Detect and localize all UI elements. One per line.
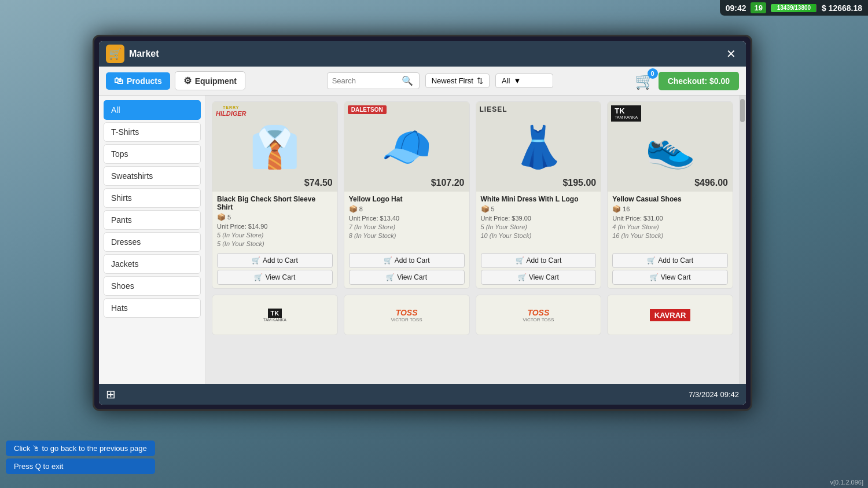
product-in-store-1: 5 (In Your Store)	[217, 232, 333, 239]
product-image-2: DALETSON 🧢 $107.20	[344, 102, 469, 192]
filter-dropdown[interactable]: All ▼	[495, 74, 553, 88]
title-bar: 🛒 Market ✕	[99, 41, 746, 67]
bottom-bar: ⊞ 7/3/2024 09:42	[99, 384, 746, 405]
product-in-store-2: 7 (In Your Store)	[349, 223, 465, 230]
product-unit-price-3: Unit Price: $39.00	[481, 215, 597, 222]
product-info-4: Yellow Casual Shoes 📦 16 Unit Price: $31…	[608, 192, 733, 251]
sidebar-item-dresses[interactable]: Dresses	[104, 232, 201, 252]
filter-label: All	[502, 76, 510, 85]
products-icon: 🛍	[114, 76, 123, 86]
product-image-emoji-4: 👟	[645, 127, 696, 167]
partial-brand-4: KAVRAR	[650, 309, 691, 321]
search-input[interactable]	[332, 76, 402, 85]
sidebar-item-sweatshirts[interactable]: Sweatshirts	[104, 166, 201, 186]
sidebar-item-all[interactable]: All	[104, 100, 201, 120]
product-price-3: $195.00	[562, 178, 596, 188]
add-to-cart-button-3[interactable]: 🛒 Add to Cart	[481, 253, 597, 268]
product-info-2: Yellow Logo Hat 📦 8 Unit Price: $13.40 7…	[344, 192, 469, 251]
brand-logo-3: LIESEL	[480, 105, 507, 113]
add-to-cart-button-4[interactable]: 🛒 Add to Cart	[612, 253, 728, 268]
tab-equipment[interactable]: ⚙ Equipment	[175, 71, 245, 90]
product-in-stock-3: 10 (In Your Stock)	[481, 232, 597, 239]
hint-back: Click 🖱 to go back to the previous page	[6, 441, 155, 456]
partial-brand-2: TOSS	[396, 308, 418, 317]
ui-hints: Click 🖱 to go back to the previous page …	[6, 441, 155, 476]
product-unit-price-2: Unit Price: $13.40	[349, 215, 465, 222]
hud-level: 19	[751, 2, 766, 13]
product-image-4: TK TAM KANKA 👟 $496.00	[608, 102, 733, 192]
search-icon: 🔍	[402, 75, 413, 86]
grid-icon: ⊞	[106, 387, 116, 401]
box-icon-1: 📦	[217, 213, 226, 221]
sidebar-label-sweatshirts: Sweatshirts	[111, 171, 153, 181]
sort-dropdown[interactable]: Newest First ⇅	[425, 74, 490, 88]
view-cart-button-1[interactable]: 🛒 View Cart	[217, 270, 333, 285]
cart-view-icon-4: 🛒	[650, 273, 659, 281]
product-image-emoji-3: 👗	[513, 127, 564, 167]
product-image-emoji-2: 🧢	[381, 127, 432, 167]
view-cart-button-3[interactable]: 🛒 View Cart	[481, 270, 597, 285]
sidebar-item-tshirts[interactable]: T-Shirts	[104, 122, 201, 142]
cart-add-icon-4: 🛒	[647, 256, 656, 265]
scroll-thumb[interactable]	[740, 99, 745, 122]
cart-icon-wrap: 🛒 0	[635, 71, 655, 90]
box-icon-3: 📦	[481, 205, 490, 213]
cart-badge: 0	[648, 68, 658, 79]
cart-view-icon-2: 🛒	[386, 273, 395, 281]
title-bar-left: 🛒 Market	[106, 45, 159, 63]
sidebar-item-jackets[interactable]: Jackets	[104, 254, 201, 274]
sidebar-item-shirts[interactable]: Shirts	[104, 188, 201, 208]
scroll-bar[interactable]	[739, 96, 746, 384]
sidebar-item-pants[interactable]: Pants	[104, 210, 201, 230]
hud-xp-container: 13439/13800	[771, 4, 817, 12]
brand-logo-2: DALETSON	[348, 105, 387, 114]
sidebar-label-tshirts: T-Shirts	[111, 127, 139, 137]
box-icon-4: 📦	[612, 205, 621, 213]
product-info-3: White Mini Dress With L Logo 📦 5 Unit Pr…	[476, 192, 601, 251]
tab-products[interactable]: 🛍 Products	[106, 72, 170, 90]
products-grid: TERRY HILDIGER 👔 $74.50 Black Big Check …	[206, 96, 739, 384]
product-name-3: White Mini Dress With L Logo	[481, 195, 597, 203]
product-price-2: $107.20	[431, 178, 465, 188]
partial-card-2: TOSS VICTOR TOSS	[344, 295, 470, 335]
filter-arrow-icon: ▼	[513, 76, 521, 85]
product-in-stock-2: 8 (In Your Stock)	[349, 232, 465, 239]
sidebar-label-hats: Hats	[111, 303, 128, 313]
bottom-datetime: 7/3/2024 09:42	[689, 390, 739, 399]
window-title: Market	[129, 49, 159, 59]
sidebar-item-shoes[interactable]: Shoes	[104, 276, 201, 296]
checkout-area: 🛒 0 Checkout: $0.00	[635, 71, 739, 90]
sidebar-label-pants: Pants	[111, 215, 132, 225]
sidebar-label-shirts: Shirts	[111, 193, 132, 203]
sidebar-item-hats[interactable]: Hats	[104, 298, 201, 318]
tab-products-label: Products	[127, 76, 162, 86]
partial-brand-3: TOSS	[527, 308, 549, 317]
sidebar-item-tops[interactable]: Tops	[104, 144, 201, 164]
version-text: v[0.1.2.096]	[830, 479, 864, 486]
add-to-cart-button-2[interactable]: 🛒 Add to Cart	[349, 253, 465, 268]
view-cart-button-2[interactable]: 🛒 View Cart	[349, 270, 465, 285]
partial-card-1: TK TAM KANKA	[212, 295, 338, 335]
sidebar-label-tops: Tops	[111, 149, 128, 159]
checkout-button[interactable]: Checkout: $0.00	[659, 72, 739, 90]
hud-money: $ 12668.18	[822, 3, 862, 13]
product-price-4: $496.00	[694, 178, 728, 188]
product-card-2: DALETSON 🧢 $107.20 Yellow Logo Hat 📦 8	[344, 101, 470, 289]
add-to-cart-button-1[interactable]: 🛒 Add to Cart	[217, 253, 333, 268]
close-button[interactable]: ✕	[723, 46, 739, 62]
hint-exit: Press Q to exit	[6, 458, 155, 474]
box-icon-2: 📦	[349, 205, 358, 213]
search-input-wrap[interactable]: 🔍	[327, 72, 420, 89]
sidebar-label-jackets: Jackets	[111, 259, 138, 269]
product-qty-3: 📦 5	[481, 205, 597, 213]
view-cart-button-4[interactable]: 🛒 View Cart	[612, 270, 728, 285]
cart-view-icon-3: 🛒	[518, 273, 527, 281]
product-image-3: LIESEL 👗 $195.00	[476, 102, 601, 192]
product-info-1: Black Big Check Short Sleeve Shirt 📦 5 U…	[212, 192, 337, 251]
product-actions-2: 🛒 Add to Cart 🛒 View Cart	[344, 251, 469, 288]
market-window: 🛒 Market ✕ 🛍 Products ⚙ Equipment 🔍	[99, 41, 746, 405]
hud-xp-fill	[771, 4, 816, 12]
product-price-1: $74.50	[304, 178, 333, 188]
partial-brand-1: TK	[268, 309, 282, 318]
product-card-1: TERRY HILDIGER 👔 $74.50 Black Big Check …	[212, 101, 338, 289]
